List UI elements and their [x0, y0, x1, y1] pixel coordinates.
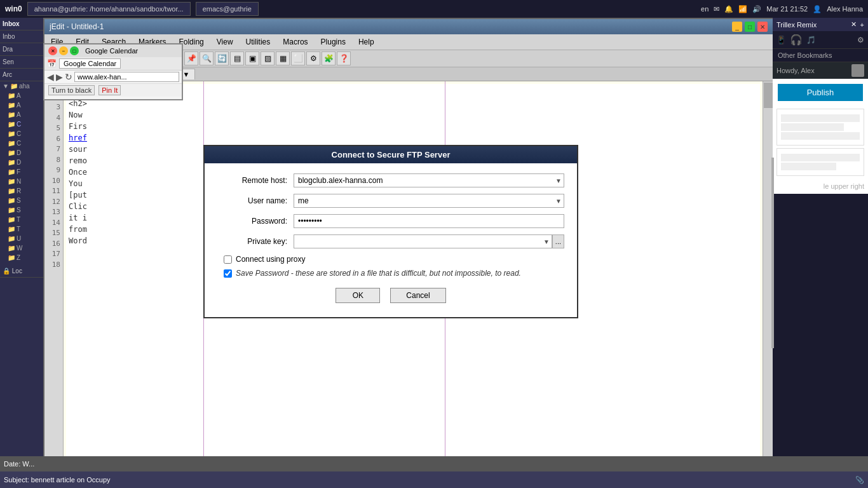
email-attachment-icon: 📎: [855, 476, 864, 484]
email-icon[interactable]: ✉: [714, 5, 719, 13]
dialog-title: Connect to Secure FTP Server: [205, 146, 577, 163]
save-password-label: Save Password - these are stored in a fi…: [236, 269, 521, 278]
dialog-row-username: User name: me: [217, 194, 564, 208]
email-date: Date: W...: [4, 460, 34, 468]
datetime: Mar 21 21:52: [766, 5, 808, 13]
connect-proxy-label: Connect using proxy: [236, 255, 305, 264]
taskbar-bottom: Date: W... Subject: bennett article on O…: [0, 456, 868, 488]
tb-bottom-date: Date: W...: [0, 456, 868, 471]
ok-button[interactable]: OK: [336, 288, 380, 303]
user-icon: 👤: [813, 5, 822, 13]
dialog-buttons: OK Cancel: [217, 283, 564, 307]
system-lang: en: [701, 5, 709, 13]
network-icon: 📶: [738, 5, 747, 13]
private-key-label: Private key:: [217, 237, 287, 246]
volume-icon[interactable]: 🔊: [752, 5, 761, 13]
private-key-browse-btn[interactable]: ...: [552, 234, 564, 248]
email-subject: Subject: bennett article on Occupy: [4, 476, 111, 484]
cancel-button[interactable]: Cancel: [390, 288, 445, 303]
taskbar-top: win0 ahanna@guthrie: /home/ahanna/sandbo…: [0, 0, 868, 18]
username-label: User name:: [217, 196, 287, 205]
dialog-row-password: Password:: [217, 214, 564, 228]
password-label: Password:: [217, 217, 287, 226]
remote-host-label: Remote host:: [217, 176, 287, 185]
ftp-dialog: Connect to Secure FTP Server Remote host…: [203, 145, 578, 318]
username-select[interactable]: me: [294, 194, 564, 208]
dialog-row-proxy: Connect using proxy: [217, 255, 564, 264]
dialog-row-host: Remote host: blogclub.alex-hanna.com: [217, 173, 564, 187]
username: Alex Hanna: [827, 5, 863, 13]
tb-bottom-subject: Subject: bennett article on Occupy 📎: [0, 471, 868, 488]
private-key-select[interactable]: [294, 234, 552, 248]
win-label: win0: [5, 4, 22, 13]
remote-host-select[interactable]: blogclub.alex-hanna.com: [294, 173, 564, 187]
connect-proxy-checkbox[interactable]: [224, 255, 232, 264]
dialog-overlay: Connect to Secure FTP Server Remote host…: [0, 18, 868, 469]
save-password-checkbox[interactable]: [224, 269, 232, 278]
password-input[interactable]: [294, 214, 564, 228]
dialog-row-savepass: Save Password - these are stored in a fi…: [217, 269, 564, 278]
taskbar-item-emacs[interactable]: emacs@guthrie: [196, 2, 259, 16]
dialog-row-privatekey: Private key: ...: [217, 234, 564, 248]
taskbar-item-terminal[interactable]: ahanna@guthrie: /home/ahanna/sandbox/two…: [27, 2, 191, 16]
notification-icon[interactable]: 🔔: [724, 5, 733, 13]
